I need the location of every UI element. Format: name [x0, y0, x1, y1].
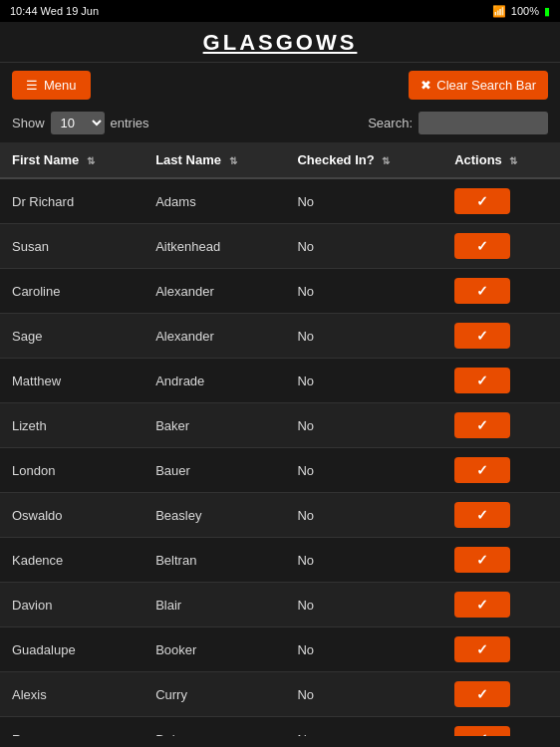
checkmark-icon	[476, 193, 488, 209]
cell-action	[442, 583, 560, 627]
cell-first-name: Royce	[0, 717, 143, 737]
cell-first-name: Lizeth	[0, 403, 143, 448]
table-container: First Name ⇅ Last Name ⇅ Checked In? ⇅ A…	[0, 142, 560, 736]
cell-action	[442, 403, 560, 448]
checkmark-icon	[476, 597, 488, 613]
cell-action	[442, 448, 560, 493]
cell-checked-in: No	[285, 403, 442, 448]
cell-action	[442, 672, 560, 717]
battery-icon: ▮	[544, 5, 550, 18]
cell-first-name: Caroline	[0, 269, 143, 314]
cell-checked-in: No	[285, 269, 442, 314]
cell-checked-in: No	[285, 224, 442, 269]
cell-first-name: Susan	[0, 224, 143, 269]
checkmark-icon	[476, 417, 488, 433]
menu-button[interactable]: ☰ Menu	[12, 71, 91, 100]
checkin-button[interactable]	[454, 636, 510, 662]
col-first-name: First Name ⇅	[0, 142, 143, 178]
cell-last-name: Andrade	[143, 359, 285, 403]
sort-icon-actions[interactable]: ⇅	[509, 155, 517, 166]
checkmark-icon	[476, 238, 488, 254]
status-time-date: 10:44 Wed 19 Jun	[10, 5, 99, 17]
search-input[interactable]	[419, 112, 548, 134]
app-header: GLASGOWS	[0, 22, 560, 63]
table-row: AlexisCurryNo	[0, 672, 560, 717]
search-label: Search:	[368, 116, 413, 130]
menu-label: Menu	[44, 78, 77, 93]
cell-action	[442, 224, 560, 269]
cell-checked-in: No	[285, 314, 442, 359]
sort-icon-checkedin[interactable]: ⇅	[382, 155, 390, 166]
checkmark-icon	[476, 373, 488, 388]
checkin-button[interactable]	[454, 323, 510, 349]
checkmark-icon	[476, 507, 488, 523]
sort-icon-firstname[interactable]: ⇅	[87, 155, 95, 166]
cell-checked-in: No	[285, 583, 442, 627]
entries-select[interactable]: 10 25 50 100	[51, 112, 105, 134]
cell-checked-in: No	[285, 493, 442, 538]
checkin-button[interactable]	[454, 592, 510, 618]
app-title: GLASGOWS	[0, 30, 560, 56]
col-last-name: Last Name ⇅	[143, 142, 285, 178]
menu-icon: ☰	[26, 78, 38, 93]
table-row: LizethBakerNo	[0, 403, 560, 448]
show-label: Show	[12, 116, 45, 130]
table-row: GuadalupeBookerNo	[0, 627, 560, 672]
table-row: DavionBlairNo	[0, 583, 560, 627]
cell-checked-in: No	[285, 538, 442, 583]
cell-first-name: Kadence	[0, 538, 143, 583]
search-section: Search:	[368, 112, 548, 134]
cell-last-name: Booker	[143, 627, 285, 672]
cell-checked-in: No	[285, 717, 442, 737]
checkin-button[interactable]	[454, 726, 510, 736]
cell-last-name: Deleon	[143, 717, 285, 737]
cell-action	[442, 627, 560, 672]
table-row: LondonBauerNo	[0, 448, 560, 493]
cell-first-name: Oswaldo	[0, 493, 143, 538]
cell-last-name: Beltran	[143, 538, 285, 583]
cell-last-name: Aitkenhead	[143, 224, 285, 269]
cell-first-name: London	[0, 448, 143, 493]
checkin-button[interactable]	[454, 278, 510, 304]
cell-last-name: Curry	[143, 672, 285, 717]
entries-section: Show 10 25 50 100 entries	[12, 112, 149, 134]
table-row: SageAlexanderNo	[0, 314, 560, 359]
clear-search-button[interactable]: ✖ Clear Search Bar	[409, 71, 548, 100]
header-row: First Name ⇅ Last Name ⇅ Checked In? ⇅ A…	[0, 142, 560, 178]
cell-action	[442, 359, 560, 403]
checkmark-icon	[476, 462, 488, 478]
status-bar: 10:44 Wed 19 Jun 📶 100% ▮	[0, 0, 560, 22]
checkin-button[interactable]	[454, 368, 510, 393]
cell-last-name: Beasley	[143, 493, 285, 538]
col-actions: Actions ⇅	[442, 142, 560, 178]
cell-last-name: Alexander	[143, 314, 285, 359]
checkin-button[interactable]	[454, 681, 510, 707]
checkin-button[interactable]	[454, 457, 510, 483]
cell-first-name: Davion	[0, 583, 143, 627]
checkin-button[interactable]	[454, 412, 510, 438]
checkin-button[interactable]	[454, 188, 510, 214]
table-body: Dr RichardAdamsNoSusanAitkenheadNoCaroli…	[0, 178, 560, 736]
checkmark-icon	[476, 731, 488, 736]
battery-text: 100%	[511, 5, 539, 17]
wifi-icon: 📶	[492, 5, 506, 18]
cell-checked-in: No	[285, 359, 442, 403]
sort-icon-lastname[interactable]: ⇅	[229, 155, 237, 166]
cell-checked-in: No	[285, 627, 442, 672]
checkin-button[interactable]	[454, 233, 510, 259]
attendees-table: First Name ⇅ Last Name ⇅ Checked In? ⇅ A…	[0, 142, 560, 736]
cell-first-name: Sage	[0, 314, 143, 359]
clear-icon: ✖	[420, 78, 431, 93]
cell-last-name: Blair	[143, 583, 285, 627]
cell-action	[442, 314, 560, 359]
cell-checked-in: No	[285, 448, 442, 493]
table-row: OswaldoBeasleyNo	[0, 493, 560, 538]
checkin-button[interactable]	[454, 547, 510, 573]
cell-action	[442, 493, 560, 538]
controls-row: Show 10 25 50 100 entries Search:	[0, 108, 560, 142]
checkin-button[interactable]	[454, 502, 510, 528]
cell-action	[442, 538, 560, 583]
col-checked-in: Checked In? ⇅	[285, 142, 442, 178]
status-indicators: 📶 100% ▮	[492, 5, 550, 18]
table-row: SusanAitkenheadNo	[0, 224, 560, 269]
